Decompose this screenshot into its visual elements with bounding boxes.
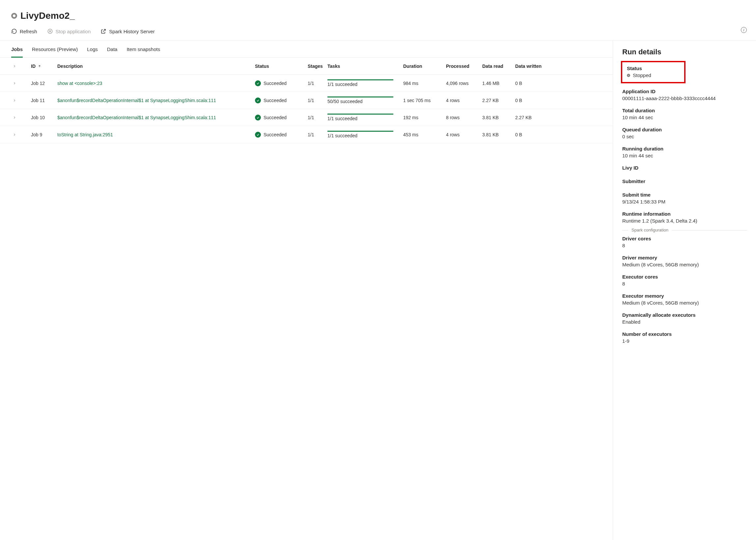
history-label: Spark History Server bbox=[109, 29, 155, 34]
expand-all-chevron[interactable] bbox=[11, 63, 18, 69]
job-status-text: Succeeded bbox=[263, 81, 287, 86]
submitter-label: Submitter bbox=[622, 179, 747, 184]
stop-application-button: Stop application bbox=[47, 27, 91, 36]
col-data-written[interactable]: Data written bbox=[515, 64, 551, 69]
col-data-read[interactable]: Data read bbox=[482, 64, 515, 69]
job-id: Job 9 bbox=[31, 132, 57, 137]
exec-cores-value: 8 bbox=[622, 281, 747, 287]
job-processed: 8 rows bbox=[446, 115, 482, 120]
total-duration-label: Total duration bbox=[622, 108, 747, 113]
job-description-link[interactable]: show at <console>:23 bbox=[57, 81, 255, 86]
success-check-icon bbox=[255, 132, 261, 138]
job-data-written: 2.27 KB bbox=[515, 115, 551, 120]
driver-cores-value: 8 bbox=[622, 243, 747, 248]
tasks-progress-bar bbox=[327, 131, 393, 132]
job-id: Job 12 bbox=[31, 81, 57, 86]
tasks-label: 1/1 succeeded bbox=[327, 82, 403, 87]
exec-mem-value: Medium (8 vCores, 56GB memory) bbox=[622, 300, 747, 306]
job-status: Succeeded bbox=[255, 115, 308, 120]
stop-icon bbox=[47, 28, 53, 34]
job-tasks: 1/1 succeeded bbox=[327, 131, 403, 138]
tasks-progress-bar bbox=[327, 114, 393, 115]
tasks-label: 1/1 succeeded bbox=[327, 116, 403, 121]
num-exec-value: 1-9 bbox=[622, 338, 747, 344]
dyn-alloc-label: Dynamically allocate executors bbox=[622, 312, 747, 318]
running-label: Running duration bbox=[622, 146, 747, 152]
spark-history-button[interactable]: Spark History Server bbox=[100, 27, 155, 36]
tabs-bar: Jobs Resources (Preview) Logs Data Item … bbox=[0, 41, 613, 58]
job-tasks: 1/1 succeeded bbox=[327, 79, 403, 87]
exec-cores-label: Executor cores bbox=[622, 274, 747, 280]
chevron-right-icon bbox=[13, 81, 17, 85]
job-data-written: 0 B bbox=[515, 132, 551, 137]
row-expand-chevron[interactable] bbox=[11, 131, 18, 138]
job-data-read: 1.46 MB bbox=[482, 81, 515, 86]
job-status: Succeeded bbox=[255, 132, 308, 138]
chevron-right-icon bbox=[13, 98, 17, 102]
job-data-written: 0 B bbox=[515, 81, 551, 86]
status-stopped-icon bbox=[11, 13, 17, 19]
col-id[interactable]: ID bbox=[31, 64, 57, 69]
col-id-label: ID bbox=[31, 64, 36, 69]
info-icon[interactable]: i bbox=[741, 27, 747, 33]
success-check-icon bbox=[255, 80, 261, 86]
col-tasks[interactable]: Tasks bbox=[327, 64, 403, 69]
job-data-read: 3.81 KB bbox=[482, 115, 515, 120]
col-duration[interactable]: Duration bbox=[403, 64, 446, 69]
refresh-label: Refresh bbox=[20, 29, 37, 34]
job-description-link[interactable]: toString at String.java:2951 bbox=[57, 132, 255, 137]
driver-cores-label: Driver cores bbox=[622, 236, 747, 241]
exec-mem-label: Executor memory bbox=[622, 293, 747, 299]
tasks-label: 50/50 succeeded bbox=[327, 99, 403, 104]
col-processed[interactable]: Processed bbox=[446, 64, 482, 69]
status-value: Stopped bbox=[627, 72, 680, 78]
job-processed: 4,096 rows bbox=[446, 81, 482, 86]
col-description[interactable]: Description bbox=[57, 64, 255, 69]
job-stages: 1/1 bbox=[308, 98, 327, 103]
tab-data[interactable]: Data bbox=[107, 41, 118, 58]
toolbar: Refresh Stop application Spark History S… bbox=[0, 27, 756, 41]
job-data-read: 3.81 KB bbox=[482, 132, 515, 137]
job-id: Job 10 bbox=[31, 115, 57, 120]
job-data-read: 2.27 KB bbox=[482, 98, 515, 103]
status-label: Status bbox=[627, 66, 680, 71]
status-value-text: Stopped bbox=[633, 72, 651, 78]
job-duration: 453 ms bbox=[403, 132, 446, 137]
tasks-progress-bar bbox=[327, 79, 393, 80]
job-status-text: Succeeded bbox=[263, 98, 287, 103]
tab-item-snapshots[interactable]: Item snapshots bbox=[126, 41, 160, 58]
external-link-icon bbox=[100, 28, 106, 34]
livy-label: Livy ID bbox=[622, 165, 747, 171]
job-description-link[interactable]: $anonfun$recordDeltaOperationInternal$1 … bbox=[57, 98, 255, 103]
col-stages[interactable]: Stages bbox=[308, 64, 327, 69]
dyn-alloc-value: Enabled bbox=[622, 319, 747, 325]
queued-value: 0 sec bbox=[622, 134, 747, 139]
job-stages: 1/1 bbox=[308, 132, 327, 137]
job-duration: 984 ms bbox=[403, 81, 446, 86]
col-status[interactable]: Status bbox=[255, 64, 308, 69]
job-description-link[interactable]: $anonfun$recordDeltaOperationInternal$1 … bbox=[57, 115, 255, 120]
status-highlight-box: Status Stopped bbox=[621, 61, 685, 83]
driver-mem-value: Medium (8 vCores, 56GB memory) bbox=[622, 262, 747, 267]
app-id-label: Application ID bbox=[622, 88, 747, 94]
row-expand-chevron[interactable] bbox=[11, 80, 18, 86]
tab-logs[interactable]: Logs bbox=[87, 41, 98, 58]
queued-label: Queued duration bbox=[622, 127, 747, 132]
runtime-value: Runtime 1.2 (Spark 3.4, Delta 2.4) bbox=[622, 218, 747, 223]
row-expand-chevron[interactable] bbox=[11, 114, 18, 121]
run-details-title: Run details bbox=[622, 48, 747, 56]
refresh-button[interactable]: Refresh bbox=[11, 27, 37, 36]
row-expand-chevron[interactable] bbox=[11, 97, 18, 104]
submit-time-value: 9/13/24 1:58:33 PM bbox=[622, 199, 747, 204]
spark-config-divider: Spark configuration bbox=[622, 230, 747, 230]
tab-jobs[interactable]: Jobs bbox=[11, 41, 23, 58]
table-row: Job 10 $anonfun$recordDeltaOperationInte… bbox=[0, 109, 613, 126]
chevron-right-icon bbox=[13, 133, 17, 137]
refresh-icon bbox=[11, 28, 17, 34]
success-check-icon bbox=[255, 97, 261, 103]
driver-mem-label: Driver memory bbox=[622, 255, 747, 260]
page-title: LivyDemo2_ bbox=[20, 11, 75, 21]
tab-resources[interactable]: Resources (Preview) bbox=[32, 41, 78, 58]
job-tasks: 50/50 succeeded bbox=[327, 96, 403, 104]
chevron-right-icon bbox=[13, 64, 17, 68]
